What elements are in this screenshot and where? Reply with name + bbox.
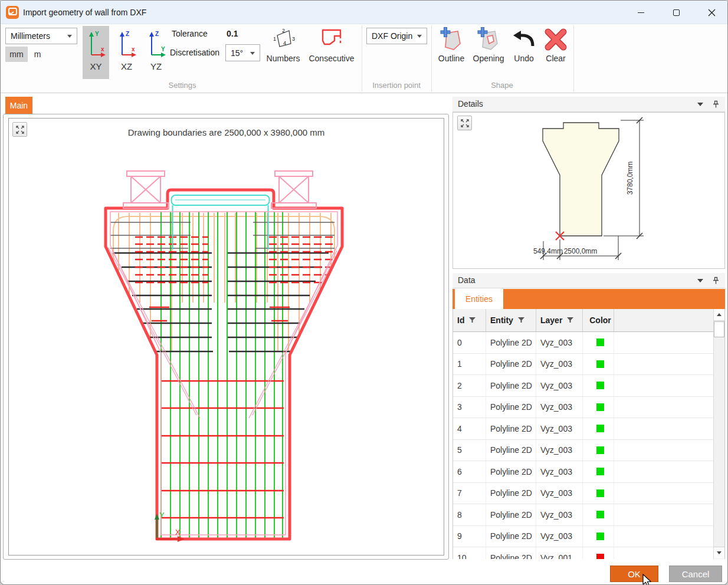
cell-layer: Vyz_001 [536, 547, 583, 559]
minimize-icon [638, 12, 644, 13]
filter-icon[interactable] [518, 317, 524, 323]
plane-yz-button[interactable]: Z Y YZ [143, 26, 169, 79]
pin-icon[interactable] [713, 277, 719, 285]
axis-x-label: X [175, 528, 181, 537]
cell-filler [614, 375, 713, 396]
axes-xy-icon: Y x [86, 29, 107, 58]
filter-icon[interactable] [567, 317, 573, 323]
data-panel-header[interactable]: Data [452, 273, 725, 288]
table-row[interactable]: 4 Polyline 2D Vyz_003 [453, 418, 713, 440]
units-combobox[interactable]: Millimeters [5, 28, 77, 44]
cell-filler [614, 547, 713, 559]
table-row[interactable]: 5 Polyline 2D Vyz_003 [453, 440, 713, 462]
group-label-insertion-point: Insertion point [362, 81, 431, 90]
table-row[interactable]: 3 Polyline 2D Vyz_003 [453, 397, 713, 419]
discretisation-combobox[interactable]: 15° [225, 44, 260, 61]
cell-color [583, 418, 614, 439]
table-scrollbar[interactable] [713, 309, 724, 559]
color-swatch [596, 446, 604, 454]
table-row[interactable]: 9 Polyline 2D Vyz_003 [453, 526, 713, 548]
color-swatch [596, 382, 604, 389]
column-header-id[interactable]: Id [453, 309, 486, 331]
undo-icon [509, 25, 539, 54]
details-preview: 3780,0mm 549,4mm 2500,0mm [453, 113, 724, 268]
color-swatch [596, 468, 604, 475]
outline-button[interactable]: Outline [434, 25, 468, 63]
window-title: Import geometry of wall from DXF [23, 1, 146, 24]
scroll-up-button[interactable] [714, 309, 724, 321]
scrollbar-thumb[interactable] [714, 321, 724, 337]
table-header-row: Id Entity Layer Color [453, 309, 713, 332]
cell-filler [614, 397, 713, 418]
details-title: Details [458, 99, 483, 109]
cell-filler [614, 440, 713, 461]
column-header-color[interactable]: Color [583, 309, 614, 331]
table-row[interactable]: 0 Polyline 2D Vyz_003 [453, 332, 713, 354]
color-swatch [596, 533, 604, 540]
outline-icon [434, 25, 468, 54]
maximize-button[interactable] [663, 1, 690, 24]
collapse-icon[interactable] [697, 103, 703, 106]
column-header-entity[interactable]: Entity [486, 309, 536, 331]
cancel-button[interactable]: Cancel [669, 566, 722, 582]
opening-label: Opening [470, 54, 507, 63]
cell-layer: Vyz_003 [536, 418, 583, 439]
table-row[interactable]: 6 Polyline 2D Vyz_003 [453, 461, 713, 483]
chevron-down-icon [417, 35, 422, 38]
column-header-layer[interactable]: Layer [536, 309, 583, 331]
clear-icon [540, 25, 571, 54]
undo-label: Undo [509, 54, 539, 63]
table-row[interactable]: 7 Polyline 2D Vyz_003 [453, 483, 713, 505]
undo-button[interactable]: Undo [509, 25, 539, 63]
opening-button[interactable]: Opening [470, 25, 507, 63]
unit-mm-button[interactable]: mm [5, 47, 28, 62]
cell-color [583, 483, 614, 504]
cell-color [583, 375, 614, 396]
cell-layer: Vyz_003 [536, 375, 583, 396]
svg-text:x: x [132, 46, 135, 52]
pin-icon[interactable] [713, 100, 719, 109]
table-row[interactable]: 1 Polyline 2D Vyz_003 [453, 354, 713, 376]
svg-text:Y: Y [161, 46, 165, 52]
minimize-button[interactable] [627, 1, 654, 24]
table-row[interactable]: 8 Polyline 2D Vyz_003 [453, 504, 713, 526]
mouse-cursor [642, 574, 654, 585]
cell-entity: Polyline 2D [486, 332, 536, 353]
outline-label: Outline [434, 54, 468, 63]
insertion-point-value: DXF Origin [372, 31, 412, 41]
unit-m-button[interactable]: m [28, 47, 47, 62]
table-row[interactable]: 10 Polyline 2D Vyz_001 [453, 547, 713, 559]
svg-text:1: 1 [273, 36, 276, 42]
plane-xz-button[interactable]: Z x XZ [113, 26, 140, 79]
dim-height-label: 3780,0mm [626, 162, 634, 195]
cell-filler [614, 354, 713, 375]
dim-width1-label: 549,4mm [533, 247, 563, 255]
zoom-extents-button[interactable] [12, 122, 27, 137]
close-button[interactable] [697, 1, 726, 24]
triangle-down-icon [717, 551, 722, 554]
tab-main[interactable]: Main [5, 97, 32, 114]
tab-entities[interactable]: Entities [455, 289, 503, 309]
chevron-down-icon [250, 52, 255, 55]
numbers-button[interactable]: 2 1 3 4 Numbers [263, 25, 303, 63]
tolerance-label: Tolerance [172, 29, 208, 38]
app-icon [6, 6, 19, 19]
consecutive-button[interactable]: Consecutive [304, 25, 359, 63]
cell-filler [614, 418, 713, 439]
cell-layer: Vyz_003 [536, 526, 583, 547]
plane-xz-label: XZ [113, 61, 140, 71]
zoom-extents-button[interactable] [457, 116, 472, 130]
plane-xy-button[interactable]: Y x XY [83, 26, 109, 79]
clear-button[interactable]: Clear [540, 25, 571, 63]
scroll-down-button[interactable] [714, 547, 724, 558]
color-swatch [596, 338, 604, 346]
wall-drawing[interactable]: Y X [8, 118, 444, 556]
filter-icon[interactable] [469, 317, 476, 323]
insertion-point-combobox[interactable]: DXF Origin [366, 28, 427, 44]
collapse-icon[interactable] [697, 279, 703, 282]
cell-id: 0 [453, 332, 486, 353]
table-row[interactable]: 2 Polyline 2D Vyz_003 [453, 375, 713, 397]
data-title: Data [458, 275, 476, 285]
triangle-up-icon [717, 313, 722, 316]
details-panel-header[interactable]: Details [452, 97, 725, 112]
